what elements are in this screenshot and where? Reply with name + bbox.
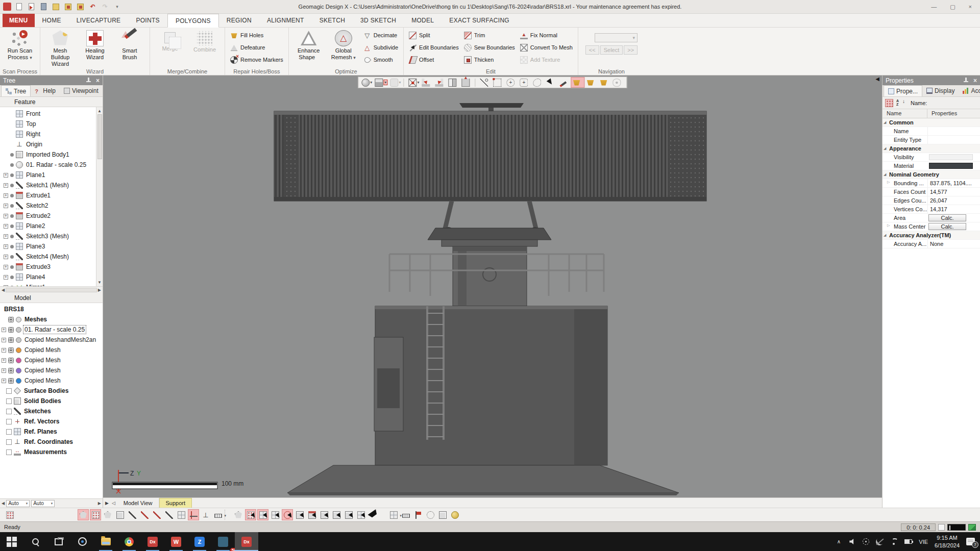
edit-button[interactable]: Trim <box>464 31 515 40</box>
tree-panel-tab[interactable]: Tree <box>1 85 31 96</box>
quick-access-button[interactable] <box>52 3 60 11</box>
viewport-tool-button[interactable]: ▾ <box>546 77 558 88</box>
repair-button[interactable]: Remove Markers <box>230 56 283 64</box>
selection-filter-button[interactable] <box>233 509 244 520</box>
quick-access-button[interactable] <box>64 3 72 11</box>
selection-filter-button[interactable] <box>257 509 268 520</box>
measure-tool-button[interactable]: ▾ <box>388 509 399 520</box>
visibility-toggle-button[interactable]: ▾ <box>163 509 175 520</box>
viewport-tool-button[interactable]: ▾ <box>479 77 492 88</box>
viewport-tool-button[interactable]: ▾ <box>612 77 625 88</box>
taskbar-app-button[interactable]: Z <box>188 532 211 551</box>
close-icon[interactable]: × <box>96 77 100 84</box>
quick-access-button[interactable] <box>27 3 36 11</box>
property-row[interactable]: Area Calc. <box>883 214 980 222</box>
optimize-button[interactable]: Smooth <box>363 56 398 64</box>
tree-panel-tab[interactable]: Viewpoint <box>60 85 103 96</box>
expand-icon[interactable]: + <box>2 368 6 373</box>
repair-button[interactable]: Fill Holes <box>230 31 283 40</box>
edit-button[interactable]: Convert To Mesh <box>520 43 573 52</box>
visibility-eye-icon[interactable] <box>8 317 14 322</box>
column-name[interactable]: Name <box>883 109 927 118</box>
expand-icon[interactable]: + <box>2 328 6 332</box>
property-row[interactable]: Mass Center Calc. <box>883 222 980 231</box>
model-category-item[interactable]: Sketches <box>0 406 103 416</box>
edit-button[interactable]: Fix Normal <box>520 31 573 40</box>
feature-tree-item[interactable]: + Plane1 <box>2 170 95 180</box>
selection-filter-button[interactable] <box>294 509 305 520</box>
feature-tree-scrollbar[interactable]: ▲ ▼ <box>96 107 103 286</box>
ribbon-tab[interactable]: MODEL <box>404 14 442 27</box>
selection-filter-button[interactable] <box>282 509 293 520</box>
property-row[interactable]: Appearance <box>883 144 980 153</box>
viewport-tool-button[interactable]: ▾ <box>434 77 447 88</box>
visibility-toggle-button[interactable]: ▾ <box>114 509 126 520</box>
measure-tool-button[interactable]: ▾ <box>425 509 436 520</box>
visibility-eye-icon[interactable] <box>8 358 14 363</box>
model-mesh-item[interactable]: + Copied Mesh <box>0 375 103 386</box>
quick-access-button[interactable]: ↷ <box>101 3 109 11</box>
optimize-button[interactable]: Decimate <box>363 31 398 40</box>
scroll-right-icon[interactable]: ▶ <box>98 501 101 506</box>
property-row[interactable]: Common <box>883 118 980 127</box>
visibility-eye-icon[interactable] <box>8 378 14 384</box>
taskbar-app-button[interactable] <box>94 532 117 551</box>
expand-icon[interactable]: + <box>4 265 8 269</box>
properties-tab[interactable]: Accur... <box>959 85 980 96</box>
viewport-tool-button[interactable]: ▾ <box>559 77 571 88</box>
category-checkbox[interactable] <box>6 439 12 445</box>
column-properties[interactable]: Properties <box>927 109 959 118</box>
feature-tree-item[interactable]: + Sketch4 (Mesh) <box>2 252 95 262</box>
viewport-tool-button[interactable]: ▾ <box>403 79 406 87</box>
taskbar-app-button[interactable] <box>47 532 70 551</box>
model-mesh-item[interactable]: + 01. Radar - scale 0.25 <box>0 324 103 335</box>
dropdown-arrow-icon[interactable]: ▾ <box>370 80 372 85</box>
property-row[interactable]: Faces Count 14,577 <box>883 188 980 196</box>
viewport-tool-button[interactable]: ▾ <box>447 77 460 88</box>
close-icon[interactable]: × <box>973 77 977 84</box>
selection-filter-button[interactable] <box>306 509 317 520</box>
model-mesh-item[interactable]: + Copied MeshandMesh2an <box>0 335 103 345</box>
taskbar-app-button[interactable] <box>117 532 141 551</box>
repair-button[interactable]: Defeature <box>230 43 283 52</box>
property-row[interactable]: Bounding ... 837.875, 1104.... <box>883 179 980 188</box>
viewport-tool-button[interactable]: ▾ <box>460 77 473 88</box>
visibility-eye-icon[interactable] <box>8 368 14 373</box>
feature-tree-item[interactable]: + Front <box>2 109 95 119</box>
property-row[interactable]: Visibility <box>883 153 980 162</box>
selection-filter-button[interactable] <box>343 509 354 520</box>
model-mesh-item[interactable]: + Copied Mesh <box>0 345 103 355</box>
dropdown-arrow-icon[interactable]: ▾ <box>417 80 419 85</box>
property-row[interactable]: Name <box>883 127 980 136</box>
properties-tab[interactable]: Prope... <box>884 85 922 96</box>
feature-tree-item[interactable]: + Sketch3 (Mesh) <box>2 231 95 241</box>
sort-az-icon[interactable]: AZ <box>896 99 904 107</box>
view-tab[interactable]: Model View <box>117 498 159 508</box>
model-category-item[interactable]: Surface Bodies <box>0 386 103 396</box>
quick-access-button[interactable] <box>39 3 48 11</box>
expand-icon[interactable]: + <box>4 285 8 287</box>
dropdown-arrow-icon[interactable]: ▾ <box>383 80 387 85</box>
viewport-tool-button[interactable]: ▾ <box>506 77 519 88</box>
taskbar-app-button[interactable]: 5+ <box>211 532 235 551</box>
viewport-tool-button[interactable]: ▾ <box>532 77 545 88</box>
category-checkbox[interactable] <box>6 398 12 404</box>
selection-filter-button[interactable] <box>331 509 342 520</box>
feature-tree-item[interactable]: + Sketch1 (Mesh) <box>2 180 95 190</box>
scroll-left-icon[interactable]: ◀ <box>2 501 5 506</box>
selection-filter-button[interactable] <box>245 509 256 520</box>
ribbon-tab[interactable]: EXACT SURFACING <box>442 14 517 27</box>
quick-access-button[interactable]: ↶ <box>88 3 97 11</box>
expand-icon[interactable]: + <box>4 224 8 229</box>
feature-tree-item[interactable]: + Sketch2 <box>2 201 95 211</box>
viewport-tool-button[interactable]: ▾ <box>374 77 388 88</box>
taskbar-app-button[interactable] <box>0 532 23 551</box>
hidden-icons-chevron-icon[interactable]: ∧ <box>835 538 843 545</box>
edit-button[interactable]: Split <box>409 31 459 40</box>
panel-flyout-icon[interactable]: ◀ <box>875 76 879 82</box>
viewport-tool-button[interactable]: ▾ <box>599 77 611 88</box>
expand-icon[interactable]: + <box>4 234 8 239</box>
visibility-toggle-button[interactable]: ▾ <box>151 509 162 520</box>
visibility-toggle-button[interactable]: ▾ <box>90 509 101 520</box>
feature-tree-item[interactable]: + Top <box>2 119 95 129</box>
